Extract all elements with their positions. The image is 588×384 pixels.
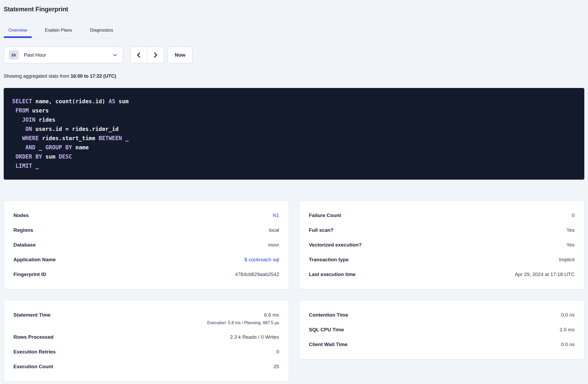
stat-value-link[interactable]: $ cockroach sql	[244, 256, 279, 263]
stat-value: local	[269, 227, 279, 234]
sql-text	[12, 154, 16, 160]
stat-value: 0	[276, 348, 279, 355]
stat-value-wrap: movr	[268, 242, 279, 248]
sql-keyword: AS	[109, 98, 115, 105]
sql-text	[12, 144, 26, 151]
sql-text	[12, 126, 26, 132]
sql-keyword: WHERE	[22, 135, 39, 141]
time-nav-buttons	[131, 47, 164, 63]
stats-cards: NodesN1RegionslocalDatabasemovrApplicati…	[4, 200, 584, 382]
stat-value: 4784cb829aab2542	[235, 271, 279, 278]
stat-row: Contention Time0.0 ns	[309, 308, 575, 322]
stat-row: Application Name$ cockroach sql	[13, 252, 279, 267]
stat-row: Execution Count25	[13, 359, 279, 374]
stat-row: NodesN1	[13, 208, 279, 223]
tab-diagnostics[interactable]: Diagnostics	[85, 27, 118, 38]
stat-label: Database	[13, 242, 36, 248]
stat-value-wrap: Yes	[566, 242, 575, 248]
stat-row: Transaction typeImplicit	[309, 252, 575, 267]
stat-row: Failure Count0	[309, 208, 575, 223]
next-interval-button[interactable]	[147, 47, 164, 63]
sql-text: users	[29, 107, 49, 114]
sql-line: JOIN rides	[12, 115, 576, 125]
stat-value-wrap: 2.0 ms	[560, 326, 575, 333]
stat-value: 0.0 ns	[561, 341, 575, 348]
stat-row: Statement Time6.6 msExecution: 5.8 ms / …	[13, 308, 279, 330]
previous-interval-button[interactable]	[131, 47, 147, 63]
stat-label: Statement Time	[13, 312, 51, 318]
stat-value-wrap: $ cockroach sql	[244, 256, 279, 263]
sql-text	[12, 135, 22, 141]
sql-keyword: FROM	[16, 107, 29, 114]
stat-value-wrap: Yes	[566, 227, 575, 234]
stat-label: Execution Retries	[13, 348, 56, 355]
stat-value-wrap: 0.0 ns	[561, 312, 575, 318]
time-controls: 1h Past Hour	[4, 47, 584, 63]
stat-row: Client Wait Time0.0 ns	[309, 337, 575, 352]
sql-line: ON users.id = rides.rider_id	[12, 125, 576, 134]
sql-keyword: ORDER BY	[16, 154, 42, 160]
sql-statement-box: SELECT name, count(rides.id) AS sum FROM…	[4, 88, 584, 180]
sql-text: users.id = rides.rider_id	[32, 126, 119, 132]
stat-value-link[interactable]: N1	[273, 212, 279, 219]
sql-text: sum	[42, 154, 59, 160]
stat-value: 2.3 k Reads / 0 Writes	[230, 334, 279, 341]
stat-row: Execution Retries0	[13, 344, 279, 359]
stat-value: 0.0 ns	[561, 312, 575, 318]
stat-value: Apr 29, 2024 at 17:18 UTC	[515, 271, 575, 278]
sql-keyword: DESC	[59, 154, 72, 160]
sql-line: ORDER BY sum DESC	[12, 152, 576, 161]
aggregated-stats-line: Showing aggregated stats from 16:00 to 1…	[4, 73, 584, 79]
stat-value: 6.6 ms	[264, 312, 279, 318]
stat-value: 25	[273, 363, 279, 370]
stat-value-wrap: 0.0 ns	[561, 341, 575, 348]
time-range-dropdown[interactable]: 1h Past Hour	[4, 47, 123, 63]
stat-label: Application Name	[13, 256, 56, 263]
stat-label: Vectorized execution?	[309, 242, 362, 248]
sql-keyword: LIMIT	[16, 163, 32, 169]
sql-text	[12, 117, 22, 123]
statement-timing-card: Statement Time6.6 msExecution: 5.8 ms / …	[4, 300, 289, 382]
stat-label: Nodes	[13, 212, 29, 219]
stat-label: Fingerprint ID	[13, 271, 46, 278]
time-interval-badge: 1h	[9, 50, 19, 60]
stat-label: Transaction type	[309, 256, 349, 263]
stat-row: Regionslocal	[13, 223, 279, 238]
page-title: Statement Fingerprint	[4, 0, 584, 13]
sql-text: name	[72, 144, 89, 151]
sql-line: AND _ GROUP BY name	[12, 143, 576, 152]
sql-text: _	[32, 163, 39, 169]
stat-row: Vectorized execution?Yes	[309, 238, 575, 252]
stats-time-range: 16:00 to 17:22 (UTC)	[71, 73, 116, 79]
stat-value-wrap: 0	[276, 348, 279, 355]
sql-text	[12, 107, 16, 114]
chevron-right-icon	[152, 52, 159, 58]
stat-value: movr	[268, 242, 279, 248]
stat-value-wrap: local	[269, 227, 279, 234]
stat-value-wrap: Implicit	[559, 256, 575, 263]
stat-row: Last execution timeApr 29, 2024 at 17:18…	[309, 267, 575, 282]
stat-row: Rows Processed2.3 k Reads / 0 Writes	[13, 330, 279, 344]
sql-text: _	[122, 135, 128, 141]
stat-label: Contention Time	[309, 312, 348, 318]
stat-value-wrap: 25	[273, 363, 279, 370]
tab-overview[interactable]: Overview	[4, 27, 32, 38]
stat-row: Fingerprint ID4784cb829aab2542	[13, 267, 279, 282]
chevron-left-icon	[136, 52, 142, 58]
statement-details-card: NodesN1RegionslocalDatabasemovrApplicati…	[4, 200, 289, 289]
now-button[interactable]: Now	[168, 47, 192, 63]
sql-keyword: AND	[26, 144, 36, 151]
stat-value-wrap: 2.3 k Reads / 0 Writes	[230, 334, 279, 341]
sql-text: _	[36, 144, 46, 151]
stats-line-prefix: Showing aggregated stats from	[4, 73, 71, 79]
stat-value: 2.0 ms	[560, 326, 575, 333]
stat-value-wrap: 6.6 msExecution: 5.8 ms / Planning: 687.…	[207, 312, 279, 326]
stat-label: Full scan?	[309, 227, 334, 234]
statement-fingerprint-page: Statement Fingerprint OverviewExplain Pl…	[0, 0, 588, 382]
sql-line: SELECT name, count(rides.id) AS sum	[12, 97, 576, 106]
tab-explain-plans[interactable]: Explain Plans	[40, 27, 77, 38]
stat-value-wrap: Apr 29, 2024 at 17:18 UTC	[515, 271, 575, 278]
stat-value-wrap: N1	[273, 212, 279, 219]
execution-attributes-card: Failure Count0Full scan?YesVectorized ex…	[299, 200, 585, 289]
stat-label: SQL CPU Time	[309, 326, 344, 333]
